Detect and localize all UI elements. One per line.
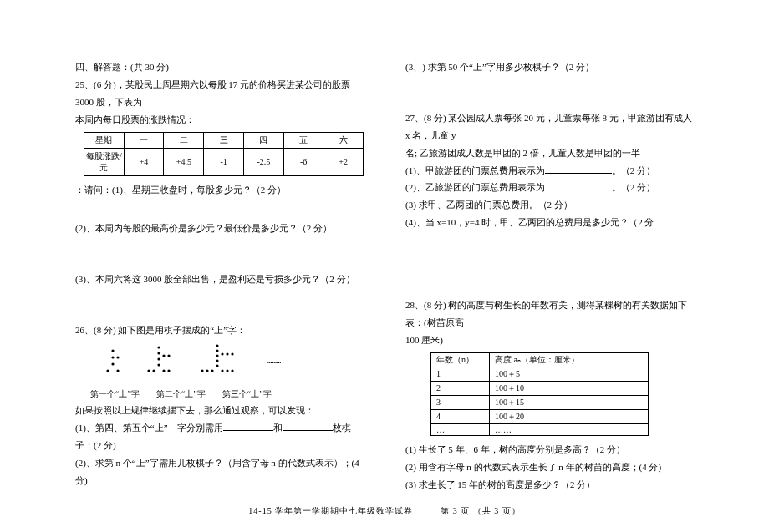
svg-point-19	[216, 360, 218, 362]
cell: 二	[164, 132, 204, 148]
section4-title: 四、解答题：(共 30 分)	[75, 58, 364, 76]
table-row: ………	[431, 423, 649, 435]
cell: -1	[204, 148, 244, 175]
cell: ……	[490, 423, 649, 435]
table-row: 1100＋5	[431, 367, 649, 381]
q27-sub1: (1)、甲旅游团的门票总费用表示为。（2 分）	[405, 162, 694, 180]
pattern-labels: 第一个“上”字 第二个“上”字 第三个“上”字	[90, 386, 364, 402]
cell: 星期	[84, 132, 125, 148]
q27-sub1b: 。（2 分）	[612, 165, 655, 175]
svg-point-24	[201, 370, 203, 372]
svg-point-4	[106, 370, 109, 372]
left-column: 四、解答题：(共 30 分) 25、(6 分)，某股民上周星期六以每股 17 元…	[75, 58, 364, 493]
cell: 一	[124, 132, 164, 148]
cell: 六	[323, 132, 364, 148]
cell: +4.5	[164, 148, 204, 175]
svg-point-23	[216, 365, 218, 367]
svg-point-15	[167, 370, 170, 372]
chess-pattern: ………	[100, 344, 364, 383]
pattern-trail: ………	[267, 357, 281, 365]
svg-point-2	[116, 357, 119, 359]
pattern-svg	[100, 344, 318, 383]
svg-point-9	[162, 355, 165, 357]
q28-sub1: (1) 生长了 5 年、6 年，树的高度分别是多高？（2 分）	[405, 441, 694, 459]
cell: 100＋15	[490, 395, 649, 409]
cell: 100＋5	[490, 367, 649, 381]
table-row: 2100＋10	[431, 381, 649, 395]
svg-point-26	[211, 370, 213, 372]
cell: …	[431, 423, 490, 435]
table-row: 每股涨跌/元 +4 +4.5 -1 -2.5 -6 +2	[84, 148, 364, 175]
cell: 五	[283, 132, 323, 148]
svg-point-27	[221, 370, 223, 372]
svg-point-0	[111, 350, 114, 352]
q27-sub2b: 。（2 分）	[612, 182, 655, 192]
q27-sub1a: (1)、甲旅游团的门票总费用表示为	[405, 165, 545, 175]
cell: 3	[431, 395, 490, 409]
svg-point-7	[157, 352, 160, 355]
svg-point-22	[231, 353, 233, 356]
svg-point-14	[162, 370, 165, 372]
q25-sub1: ：请问：(1)、星期三收盘时，每股多少元？（2 分）	[75, 181, 364, 199]
cell: +2	[323, 148, 364, 175]
right-column: (3、) 求第 50 个“上”字用多少枚棋子？（2 分） 27、(8 分) 某公…	[405, 58, 694, 493]
q27-sub2a: (2)、乙旅游团的门票总费用表示为	[405, 182, 545, 192]
cell: +4	[124, 148, 164, 175]
table-row: 4100＋20	[431, 409, 649, 423]
q28-intro2: 100 厘米)	[405, 332, 694, 349]
stock-table: 星期 一 二 三 四 五 六 每股涨跌/元 +4 +4.5 -1 -2.5 -6…	[84, 132, 364, 176]
cell: 4	[431, 409, 490, 423]
cell: 100＋20	[490, 409, 649, 423]
blank-field[interactable]	[545, 180, 612, 190]
table-row: 3100＋15	[431, 395, 649, 409]
blank-field[interactable]	[223, 421, 273, 431]
cell: 年数（n）	[431, 352, 490, 367]
page-footer: 14-15 学年第一学期期中七年级数学试卷 第 3 页 （共 3 页）	[0, 505, 769, 517]
svg-point-29	[231, 370, 233, 372]
tree-table: 年数（n） 高度 aₙ（单位：厘米） 1100＋5 2100＋10 3100＋1…	[430, 352, 649, 436]
cell: 三	[204, 132, 244, 148]
q27-intro1: 27、(8 分) 某公园成人票每张 20 元，儿童票每张 8 元，甲旅游团有成人…	[405, 109, 694, 144]
blank-field[interactable]	[545, 164, 612, 174]
svg-point-16	[216, 345, 218, 347]
q25-intro1: 25、(6 分)，某股民上周星期六以每股 17 元的价格买进某公司的股票 300…	[75, 76, 364, 111]
cell: 100＋10	[490, 381, 649, 395]
q26-sub3: (3、) 求第 50 个“上”字用多少枚棋子？（2 分）	[405, 58, 694, 76]
svg-point-11	[157, 364, 160, 367]
q28-sub3: (3) 求生长了 15 年的树的高度是多少？（2 分）	[405, 476, 694, 494]
svg-point-17	[216, 350, 218, 352]
svg-point-6	[157, 347, 160, 349]
cell: 四	[243, 132, 283, 148]
svg-point-25	[206, 370, 208, 372]
cell: 每股涨跌/元	[84, 148, 125, 175]
cell: 2	[431, 381, 490, 395]
svg-point-5	[116, 370, 119, 372]
q26-rule: 如果按照以上规律继续摆下去，那么通过观察，可以发现：	[75, 402, 364, 419]
cell: -2.5	[243, 148, 283, 175]
svg-point-20	[221, 353, 223, 356]
svg-point-13	[152, 370, 155, 372]
blank-field[interactable]	[283, 421, 333, 431]
page-body: 四、解答题：(共 30 分) 25、(6 分)，某股民上周星期六以每股 17 元…	[0, 58, 769, 493]
q26-intro: 26、(8 分) 如下图是用棋子摆成的“上”字：	[75, 322, 364, 339]
svg-point-12	[147, 370, 150, 372]
svg-point-3	[111, 363, 114, 366]
svg-point-21	[226, 353, 228, 356]
q25-sub2: (2)、本周内每股的最高价是多少元？最低价是多少元？（2 分）	[75, 220, 364, 237]
q28-sub2: (2) 用含有字母 n 的代数式表示生长了 n 年的树苗的高度；(4 分)	[405, 459, 694, 476]
q28-intro1: 28、(8 分) 树的高度与树生长的年数有关，测得某棵树的有关数据如下表：(树苗…	[405, 296, 694, 332]
q27-sub4: (4)、当 x=10，y=4 时，甲、乙两团的总费用是多少元？（2 分	[405, 214, 694, 231]
cell: 高度 aₙ（单位：厘米）	[490, 352, 649, 367]
q27-sub3: (3) 求甲、乙两团的门票总费用。（2 分）	[405, 196, 694, 214]
svg-point-18	[216, 355, 218, 357]
svg-point-10	[167, 355, 170, 357]
svg-point-8	[157, 358, 160, 361]
q25-intro2: 本周内每日股票的涨跌情况：	[75, 111, 364, 129]
cell: -6	[283, 148, 323, 175]
q27-intro2: 名; 乙旅游团成人数是甲团的 2 倍，儿童人数是甲团的一半	[405, 144, 694, 162]
q26-sub2: (2)、求第 n 个“上”字需用几枚棋子？（用含字母 n 的代数式表示）；(4 …	[75, 454, 364, 489]
q26-sub1b: 和	[273, 423, 283, 433]
table-row: 星期 一 二 三 四 五 六	[84, 132, 364, 148]
cell: 1	[431, 367, 490, 381]
q26-sub1: (1)、第四、第五个“上” 字分别需用和枚棋子；(2 分)	[75, 419, 364, 454]
